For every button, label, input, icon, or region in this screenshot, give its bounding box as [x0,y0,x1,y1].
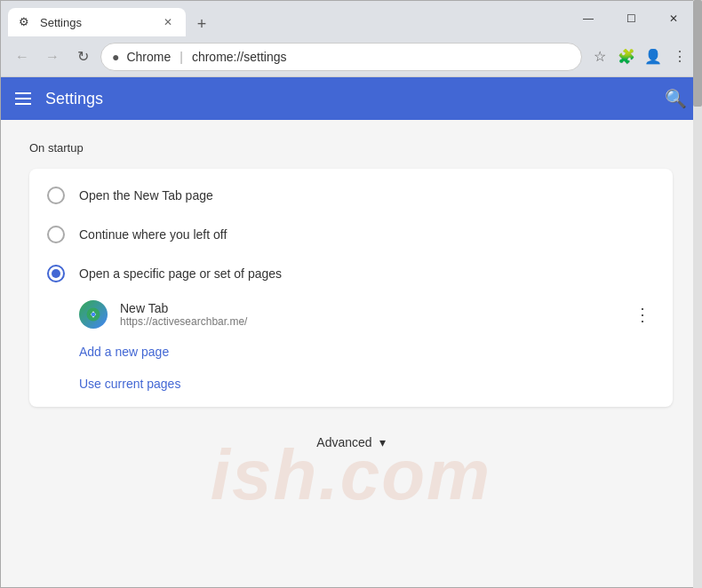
advanced-chevron-icon: ▾ [379,435,386,449]
hamburger-menu[interactable] [15,92,31,105]
startup-page-item: New Tab https://activesearchbar.me/ ⋮ [29,293,673,336]
tab-area: ⚙ Settings ✕ + [8,1,564,36]
page-more-button[interactable]: ⋮ [630,300,655,329]
lock-icon: ● [112,50,119,64]
url-separator: | [179,50,183,64]
new-tab-button[interactable]: + [189,12,214,36]
page-favicon [79,300,108,329]
settings-title: Settings [45,90,650,108]
search-icon[interactable]: 🔍 [665,88,687,109]
tab-close-button[interactable]: ✕ [161,15,175,29]
page-url: https://activesearchbar.me/ [120,315,618,328]
profile-button[interactable]: 👤 [641,44,666,69]
toolbar-icons: ☆ 🧩 👤 ⋮ [587,44,692,69]
extensions-button[interactable]: 🧩 [614,44,639,69]
active-tab[interactable]: ⚙ Settings ✕ [8,8,186,36]
url-browser-name: Chrome [126,50,171,64]
page-name: New Tab [120,301,618,315]
maximize-button[interactable]: ☐ [610,4,651,33]
radio-circle-continue [47,226,65,243]
tab-favicon: ⚙ [19,15,33,29]
radio-label-specific: Open a specific page or set of pages [79,266,282,281]
scroll-track[interactable] [693,120,701,587]
favicon-icon [85,306,101,322]
address-bar: ← → ↻ ● Chrome | chrome://settings ☆ 🧩 👤… [1,36,701,77]
use-current-pages-button[interactable]: Use current pages [29,368,673,400]
radio-circle-new-tab [47,187,65,204]
main-content: ish.com On startup Open the New Tab page… [1,120,701,587]
star-button[interactable]: ☆ [587,44,612,69]
radio-option-continue[interactable]: Continue where you left off [29,215,673,254]
close-button[interactable]: ✕ [653,4,694,33]
reload-button[interactable]: ↻ [70,44,95,69]
tab-title: Settings [40,16,154,29]
radio-label-new-tab: Open the New Tab page [79,188,213,203]
browser-window: ⚙ Settings ✕ + — ☐ ✕ ← → ↻ ● Chrome | ch… [0,0,702,588]
settings-header: Settings 🔍 [1,77,701,120]
startup-options-card: Open the New Tab page Continue where you… [29,169,673,407]
radio-circle-specific [47,265,65,282]
advanced-section[interactable]: Advanced ▾ [29,421,673,464]
omnibox[interactable]: ● Chrome | chrome://settings [100,43,582,71]
url-path: chrome://settings [192,50,287,64]
add-new-page-button[interactable]: Add a new page [29,336,673,368]
back-button[interactable]: ← [10,44,35,69]
content-area: ish.com On startup Open the New Tab page… [1,120,701,587]
radio-label-continue: Continue where you left off [79,227,227,242]
window-controls: — ☐ ✕ [568,4,694,33]
title-bar: ⚙ Settings ✕ + — ☐ ✕ [1,1,701,36]
section-title: On startup [29,141,673,155]
advanced-label: Advanced [316,435,371,449]
page-info: New Tab https://activesearchbar.me/ [120,301,618,328]
forward-button[interactable]: → [40,44,65,69]
radio-option-new-tab[interactable]: Open the New Tab page [29,176,673,215]
minimize-button[interactable]: — [568,4,609,33]
svg-point-1 [92,313,96,317]
radio-option-specific[interactable]: Open a specific page or set of pages [29,254,673,293]
menu-button[interactable]: ⋮ [667,44,692,69]
